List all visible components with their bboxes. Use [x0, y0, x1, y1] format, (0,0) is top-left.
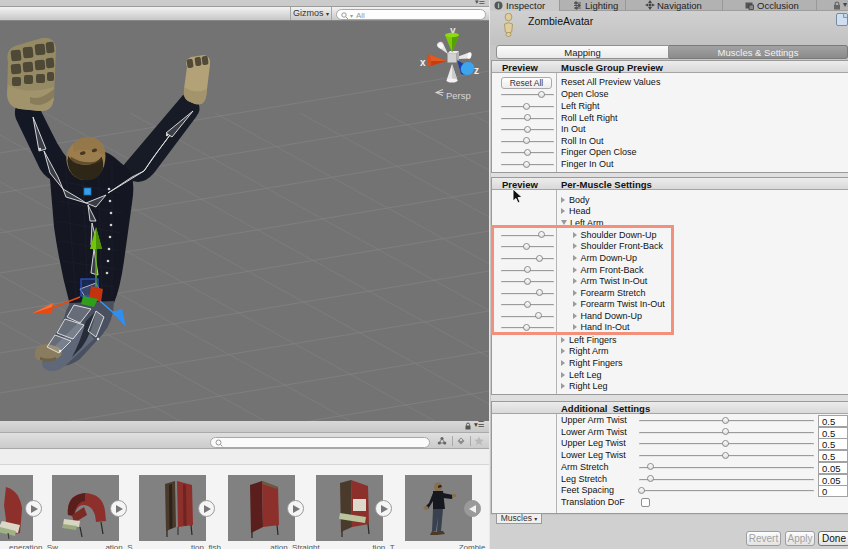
svg-text:Persp: Persp	[446, 90, 471, 101]
svg-text:x: x	[420, 57, 426, 68]
svg-text:z: z	[474, 65, 479, 76]
